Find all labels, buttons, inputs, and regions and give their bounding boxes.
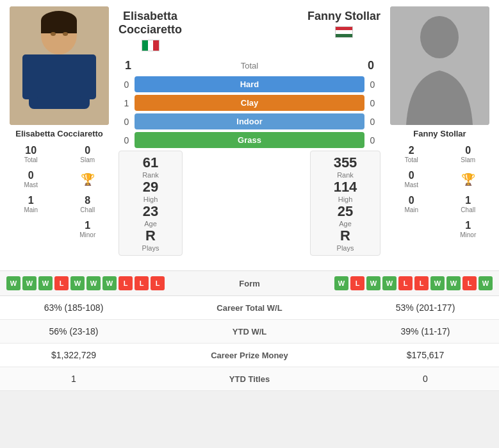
player-left-image [10, 6, 109, 125]
left-player-main-name: ElisabettaCocciaretto [119, 10, 182, 37]
right-flag-hu [335, 26, 353, 38]
left-stats-box: 61 Rank 29 High 23 Age R Plays [119, 151, 183, 256]
top-section: Elisabetta Cocciaretto 10 Total 0 Slam 0… [0, 0, 499, 267]
right-high-value: 114 [314, 179, 377, 195]
grass-left: 0 [119, 135, 135, 145]
form-badge-w: W [102, 276, 117, 290]
form-badge-l: L [398, 276, 413, 290]
right-form-badges: WLWWLLWWLW [334, 276, 493, 290]
player-left-photo [10, 6, 109, 125]
stats-row-right-1: 39% (11-17) [361, 326, 489, 336]
stats-row-left-1: 56% (23-18) [10, 326, 138, 336]
surface-row-grass: 0 Grass 0 [119, 132, 380, 148]
right-plays-label: Plays [314, 244, 377, 252]
form-badge-w: W [382, 276, 397, 290]
form-badge-w: W [366, 276, 380, 290]
right-age-label: Age [314, 220, 377, 228]
clay-button[interactable]: Clay [135, 95, 364, 111]
form-badge-w: W [479, 276, 493, 290]
player-header-right: Fanny Stollar [307, 10, 380, 40]
hard-left: 0 [119, 79, 135, 90]
middle-panel: ElisabettaCocciaretto Fanny Stollar 1 To… [115, 6, 384, 261]
left-plays-label: Plays [122, 244, 179, 252]
indoor-right: 0 [364, 117, 380, 127]
left-stat-mast: 0 Mast [3, 167, 59, 191]
form-badge-l: L [350, 276, 364, 290]
right-stats-box: 355 Rank 114 High 25 Age R Plays [310, 151, 380, 256]
right-rank-value: 355 [314, 154, 377, 171]
right-age-value: 25 [314, 203, 377, 220]
surface-row-clay: 1 Clay 0 [119, 95, 380, 111]
total-right: 0 [361, 59, 380, 72]
right-plays-value: R [314, 228, 377, 244]
hard-right: 0 [364, 79, 380, 90]
svg-rect-4 [80, 54, 96, 99]
form-badge-l: L [414, 276, 429, 290]
form-badge-w: W [334, 276, 348, 290]
clay-right: 0 [364, 98, 380, 108]
left-rank-value: 61 [122, 154, 179, 171]
stats-row-0: 63% (185-108)Career Total W/L53% (201-17… [0, 296, 499, 320]
indoor-left: 0 [119, 117, 135, 127]
stats-row-label-2: Career Prize Money [138, 351, 361, 360]
form-badge-l: L [462, 276, 477, 290]
stats-row-label-0: Career Total W/L [138, 303, 361, 313]
player-left-name: Elisabetta Cocciaretto [15, 129, 103, 138]
stats-row-label-3: YTD Titles [138, 374, 361, 384]
left-age-value: 23 [122, 203, 179, 220]
svg-rect-7 [41, 21, 77, 33]
right-flag-container [307, 26, 380, 40]
right-high-label: High [314, 195, 377, 203]
form-badge-w: W [6, 276, 20, 290]
form-badge-w: W [38, 276, 53, 290]
left-stat-slam: 0 Slam [60, 142, 116, 166]
stats-row-label-1: YTD W/L [138, 327, 361, 336]
left-stat-minor-col: 1 Minor [60, 217, 116, 241]
hard-button[interactable]: Hard [135, 76, 364, 92]
svg-point-11 [420, 16, 459, 58]
clay-left: 1 [119, 98, 135, 108]
total-left: 1 [119, 59, 138, 72]
form-badge-w: W [446, 276, 461, 290]
left-high-value: 29 [122, 179, 179, 195]
stats-row-2: $1,322,729Career Prize Money$175,617 [0, 344, 499, 367]
stats-row-right-2: $175,617 [361, 350, 489, 360]
surface-row-hard: 0 Hard 0 [119, 76, 380, 92]
player-left-stats: 10 Total 0 Slam 0 Mast 🏆 1 Main [3, 142, 115, 241]
player-left: Elisabetta Cocciaretto 10 Total 0 Slam 0… [3, 6, 115, 261]
form-badge-w: W [22, 276, 37, 290]
right-player-main-name: Fanny Stollar [307, 10, 380, 23]
left-stat-main: 1 Main [3, 192, 59, 216]
left-stat-total: 10 Total [3, 142, 59, 166]
stats-row-left-3: 1 [10, 374, 138, 384]
left-stat-chall: 8 Chall [60, 192, 116, 216]
form-badge-l: L [54, 276, 69, 290]
left-flag-container [119, 40, 182, 54]
left-form-badges: WWWLWWWLLL [6, 276, 165, 290]
main-container: Elisabetta Cocciaretto 10 Total 0 Slam 0… [0, 0, 499, 391]
indoor-button[interactable]: Indoor [135, 113, 364, 129]
grass-right: 0 [364, 135, 380, 145]
grass-button[interactable]: Grass [135, 132, 364, 148]
total-row: 1 Total 0 [119, 59, 380, 72]
right-trophy-icon: 🏆 [441, 167, 496, 191]
form-badge-l: L [119, 276, 133, 290]
right-rank-label: Rank [314, 171, 377, 179]
stats-table: 63% (185-108)Career Total W/L53% (201-17… [0, 296, 499, 391]
right-stat-mast: 0 Mast [384, 167, 439, 191]
right-stat-minor-col: 1 Minor [441, 217, 496, 241]
player-right-image [390, 6, 489, 125]
left-age-label: Age [122, 220, 179, 228]
form-label: Form [239, 279, 260, 288]
stats-row-left-2: $1,322,729 [10, 350, 138, 360]
stats-row-right-0: 53% (201-177) [361, 303, 489, 313]
stats-row-1: 56% (23-18)YTD W/L39% (11-17) [0, 320, 499, 344]
svg-rect-5 [37, 54, 81, 87]
left-plays-value: R [122, 228, 179, 244]
right-stat-total: 2 Total [384, 142, 439, 166]
right-stat-slam: 0 Slam [441, 142, 496, 166]
form-badge-l: L [151, 276, 165, 290]
left-high-label: High [122, 195, 179, 203]
form-badge-w: W [430, 276, 445, 290]
form-row: WWWLWWWLLL Form WLWWLLWWLW [0, 270, 499, 296]
